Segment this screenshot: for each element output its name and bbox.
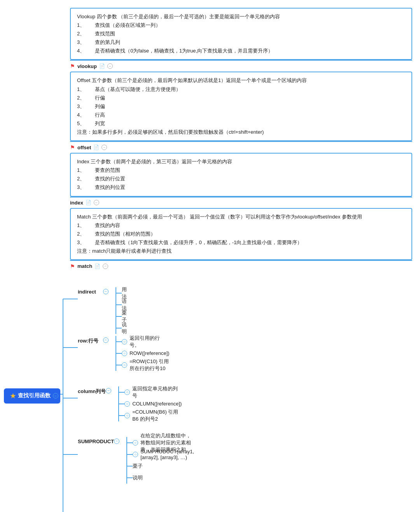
- match-text-1: Match 三个参数（前面两个必须，最后一个可选） 返回一个值位置（数字）可以利…: [77, 213, 405, 221]
- row-child-example: ○ =ROW(C10) 引用所在行的行号10: [122, 359, 170, 371]
- row-child-usage: ○ 返回引用的行号。: [122, 336, 170, 348]
- indirect-label: indirect: [78, 287, 103, 295]
- indirect-child-lines: [110, 287, 122, 334]
- sumproduct-label: SUMPRODUCT: [78, 437, 114, 444]
- vlookup-text-2: 1、 查找值（必须在区域第一列）: [77, 21, 405, 30]
- column-child-example: ○ =COLUMN(B6) 引用 B6 的列号2: [124, 410, 182, 421]
- sumproduct-branch: SUMPRODUCT − ○ 在给定的几组数组中，将数组间对应的元素相乘，并返回…: [78, 437, 133, 485]
- page-container: { "vlookup": { "label": "vlookup", "cont…: [0, 0, 420, 512]
- sumproduct-child-example: 栗子: [133, 460, 194, 472]
- vlookup-copy-icon[interactable]: 📄: [99, 63, 105, 69]
- index-copy-icon[interactable]: 📄: [86, 200, 91, 205]
- index-text-3: 2、 查找的行位置: [77, 175, 405, 183]
- column-branch: column列号 − ○ 返回指定单元格的列号 ○ COLUMN([r: [78, 386, 124, 423]
- index-text-2: 1、 要查的范围: [77, 166, 405, 175]
- index-content: Index 三个参数（前两个是必须的，第三可选）返回一个单元格的内容 1、 要查…: [70, 153, 412, 196]
- main-node[interactable]: ★ 查找引用函数 −: [4, 388, 60, 404]
- indirect-child-note: 说明: [122, 322, 127, 334]
- vlookup-text-4: 3、 查的第几列: [77, 38, 405, 47]
- sumproduct-child-syntax: ○ SUMPRODUCT(array1, [array2], [array3],…: [133, 449, 194, 460]
- offset-content: Offset 五个参数（前三个是必须的，最后两个如果默认的话就是1）返回是一个单…: [70, 72, 412, 141]
- indirect-child-syntax: 语法: [122, 299, 127, 311]
- sumproduct-child-note: 说明: [133, 472, 194, 484]
- offset-collapse-icon[interactable]: −: [102, 145, 107, 150]
- match-content: Match 三个参数（前面两个必须，最后一个可选） 返回一个值位置（数字）可以利…: [70, 208, 412, 260]
- offset-label: offset: [77, 145, 91, 150]
- offset-text-6: 5、 列宽: [77, 119, 405, 128]
- sumproduct-collapse[interactable]: −: [114, 439, 119, 444]
- indirect-child-usage: 用法: [122, 287, 127, 299]
- row-label: row:行号: [78, 336, 103, 344]
- index-collapse-icon[interactable]: −: [94, 200, 99, 205]
- match-flag-icon: ⚑: [70, 263, 75, 269]
- vlookup-collapse-icon[interactable]: −: [107, 63, 113, 69]
- match-block: Match 三个参数（前面两个必须，最后一个可选） 返回一个值位置（数字）可以利…: [70, 208, 412, 272]
- offset-label-row: ⚑ offset 📄 −: [70, 141, 412, 153]
- main-node-star: ★: [10, 392, 16, 400]
- column-child-lines: [113, 386, 124, 421]
- main-node-collapse[interactable]: −: [53, 393, 58, 398]
- offset-text-3: 2、 行偏: [77, 94, 405, 102]
- offset-text-1: Offset 五个参数（前三个是必须的，最后两个如果默认的话就是1）返回是一个单…: [77, 76, 405, 85]
- column-child-syntax: ○ COLUMN([reference]): [124, 398, 182, 410]
- offset-text-4: 3、 列偏: [77, 102, 405, 111]
- top-section: Vlookup 四个参数 （前三个是必须的，最后一个是可选的）主要是能返回一个单…: [70, 8, 412, 272]
- match-label: match: [77, 263, 92, 269]
- offset-text-7: 注意：如果多行多列，必须足够的区域，然后我们要按数组触发器（ctrl+shift…: [77, 128, 405, 136]
- indirect-child-example: 栗子: [122, 311, 127, 322]
- row-collapse[interactable]: −: [103, 337, 108, 343]
- main-node-label: 查找引用函数: [18, 392, 51, 399]
- match-collapse-icon[interactable]: −: [103, 264, 108, 269]
- match-text-3: 2、 查找的范围（相对的范围）: [77, 230, 405, 238]
- index-label: index: [70, 200, 83, 206]
- offset-copy-icon[interactable]: 📄: [93, 145, 99, 150]
- connector-lines: [0, 276, 420, 512]
- match-text-4: 3、 是否精确查找（1向下查找最大值，必须升序，0，精确匹配，-1向上查找最小值…: [77, 238, 405, 247]
- column-collapse[interactable]: −: [106, 388, 111, 393]
- vlookup-text-3: 2、 查找范围: [77, 30, 405, 38]
- indirect-branch: indirect − 用法 语法 栗子 说明: [78, 287, 122, 335]
- index-block: Index 三个参数（前两个是必须的，第三可选）返回一个单元格的内容 1、 要查…: [70, 153, 412, 208]
- row-child-lines: [110, 336, 122, 371]
- vlookup-text-5: 4、 是否精确查找（0为false，精确查找，1为true,向下查找最大值，并且…: [77, 47, 405, 55]
- vlookup-label: vlookup: [77, 63, 97, 69]
- match-label-row: ⚑ match 📄 −: [70, 260, 412, 272]
- index-text-4: 3、 查找的列位置: [77, 183, 405, 192]
- match-text-5: 注意：match只能最单行或者单列进行查找: [77, 247, 405, 255]
- column-label: column列号: [78, 386, 106, 395]
- vlookup-label-row: ⚑ vlookup 📄 −: [70, 60, 412, 72]
- indirect-collapse[interactable]: −: [103, 289, 108, 294]
- offset-text-2: 1、 基点（基点可以随便，注意方便使用）: [77, 85, 405, 94]
- index-label-row: index 📄 −: [70, 197, 412, 208]
- offset-flag-icon: ⚑: [70, 144, 75, 150]
- vlookup-block: Vlookup 四个参数 （前三个是必须的，最后一个是可选的）主要是能返回一个单…: [70, 8, 412, 72]
- vlookup-content: Vlookup 四个参数 （前三个是必须的，最后一个是可选的）主要是能返回一个单…: [70, 8, 412, 60]
- match-text-2: 1、 查找的内容: [77, 221, 405, 230]
- match-copy-icon[interactable]: 📄: [94, 264, 100, 269]
- vlookup-flag-icon: ⚑: [70, 63, 75, 69]
- sumproduct-child-usage: ○ 在给定的几组数组中，将数组间对应的元素相乘，并返回乘积之和: [133, 437, 194, 449]
- index-text-1: Index 三个参数（前两个是必须的，第三可选）返回一个单元格的内容: [77, 157, 405, 166]
- offset-block: Offset 五个参数（前三个是必须的，最后两个如果默认的话就是1）返回是一个单…: [70, 72, 412, 153]
- offset-text-5: 4、 行高: [77, 111, 405, 119]
- vlookup-text-1: Vlookup 四个参数 （前三个是必须的，最后一个是可选的）主要是能返回一个单…: [77, 12, 405, 21]
- row-child-syntax: ○ ROW([reference]): [122, 348, 170, 359]
- sumproduct-child-lines: [121, 437, 133, 484]
- column-child-usage: ○ 返回指定单元格的列号: [124, 386, 182, 398]
- row-branch: row:行号 − ○ 返回引用的行号。 ○ ROW([referenc: [78, 336, 122, 372]
- mind-map-section: ★ 查找引用函数 − indirect −: [0, 276, 420, 512]
